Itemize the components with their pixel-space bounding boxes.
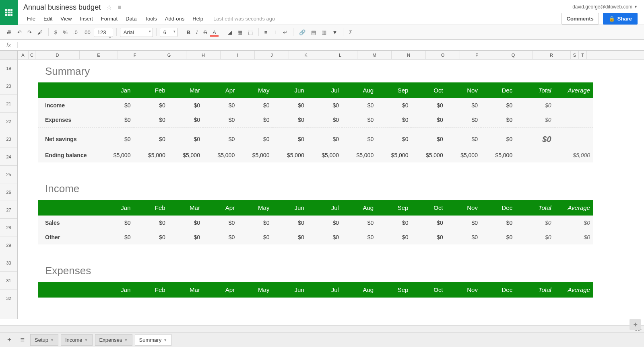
cell[interactable]: $0: [342, 113, 377, 127]
add-sheet-button[interactable]: +: [4, 334, 15, 346]
cell[interactable]: $0: [238, 98, 272, 113]
percent-button[interactable]: %: [60, 28, 70, 37]
star-icon[interactable]: ☆: [106, 4, 112, 11]
menu-insert[interactable]: Insert: [76, 14, 97, 23]
col-header-E[interactable]: E: [80, 51, 118, 59]
cell[interactable]: $0: [99, 216, 134, 230]
cell[interactable]: $0: [272, 230, 307, 244]
cell[interactable]: $0: [272, 216, 307, 230]
total-cell[interactable]: [516, 148, 554, 162]
valign-icon[interactable]: ⊥: [270, 28, 280, 37]
col-header-S[interactable]: S: [571, 51, 579, 59]
cell[interactable]: $0: [169, 131, 203, 148]
total-cell[interactable]: $0: [516, 230, 554, 244]
cell[interactable]: $0: [169, 113, 203, 127]
cell[interactable]: $0: [308, 131, 342, 148]
cell[interactable]: $0: [99, 113, 134, 127]
fill-color-icon[interactable]: ◢: [225, 28, 234, 37]
col-header-P[interactable]: P: [460, 51, 494, 59]
col-header-T[interactable]: T: [579, 51, 587, 59]
cell[interactable]: $5,000: [272, 148, 307, 162]
cell[interactable]: $0: [411, 131, 446, 148]
horizontal-scrollbar[interactable]: ◀ ▶: [0, 325, 644, 333]
row-header-20[interactable]: 20: [0, 77, 17, 95]
cell[interactable]: $0: [238, 216, 272, 230]
cell[interactable]: $0: [411, 98, 446, 113]
cell[interactable]: $5,000: [308, 148, 342, 162]
cell[interactable]: $5,000: [446, 148, 481, 162]
menu-edit[interactable]: Edit: [40, 14, 56, 23]
undo-icon[interactable]: ↶: [15, 28, 24, 37]
cell[interactable]: $5,000: [238, 148, 272, 162]
font-select[interactable]: Arial: [120, 28, 153, 37]
menu-data[interactable]: Data: [122, 14, 140, 23]
cell[interactable]: $0: [203, 113, 238, 127]
chevron-down-icon[interactable]: ▼: [85, 338, 88, 342]
cell[interactable]: $0: [272, 98, 307, 113]
cell[interactable]: $0: [99, 98, 134, 113]
col-header-O[interactable]: O: [426, 51, 460, 59]
row-header-26[interactable]: 26: [0, 183, 17, 201]
cell[interactable]: $0: [377, 216, 411, 230]
col-header-M[interactable]: M: [357, 51, 392, 59]
cell[interactable]: $0: [342, 216, 377, 230]
col-header-A[interactable]: A: [18, 51, 29, 59]
col-header-C[interactable]: C: [29, 51, 35, 59]
menu-view[interactable]: View: [57, 14, 75, 23]
col-header-I[interactable]: I: [221, 51, 255, 59]
cell[interactable]: $5,000: [377, 148, 411, 162]
cell[interactable]: $0: [446, 98, 481, 113]
cell[interactable]: $0: [203, 131, 238, 148]
chart-icon[interactable]: ▥: [319, 28, 329, 37]
cell[interactable]: $0: [342, 98, 377, 113]
select-all-corner[interactable]: [0, 51, 18, 59]
link-icon[interactable]: 🔗: [297, 28, 308, 37]
decrease-decimal-button[interactable]: .0: [71, 28, 80, 37]
avg-cell[interactable]: [555, 98, 593, 113]
currency-button[interactable]: $: [52, 28, 60, 37]
cell[interactable]: $0: [134, 113, 168, 127]
cell[interactable]: $0: [411, 113, 446, 127]
menu-help[interactable]: Help: [189, 14, 207, 23]
cell[interactable]: $0: [99, 230, 134, 244]
menu-tools[interactable]: Tools: [141, 14, 160, 23]
menu-file[interactable]: File: [23, 14, 39, 23]
cell[interactable]: $0: [169, 98, 203, 113]
sheet-tab-expenses[interactable]: Expenses▼: [95, 334, 132, 346]
cell[interactable]: $0: [308, 230, 342, 244]
cell[interactable]: $0: [238, 230, 272, 244]
paint-format-icon[interactable]: 🖌: [35, 28, 45, 37]
document-title[interactable]: Annual business budget: [23, 3, 101, 12]
col-header-D[interactable]: D: [35, 51, 80, 59]
strike-button[interactable]: S: [201, 28, 209, 37]
cell[interactable]: $0: [134, 216, 168, 230]
cell[interactable]: $0: [203, 98, 238, 113]
bold-button[interactable]: B: [184, 28, 193, 37]
cell[interactable]: $0: [203, 230, 238, 244]
cell[interactable]: $0: [377, 230, 411, 244]
comment-icon[interactable]: ▤: [309, 28, 318, 37]
row-header-31[interactable]: 31: [0, 272, 17, 290]
cell[interactable]: $5,000: [99, 148, 134, 162]
grid-content[interactable]: Summary JanFebMarAprMayJunJulAugSepOctNo…: [18, 60, 644, 319]
all-sheets-button[interactable]: ≡: [17, 334, 28, 346]
cell[interactable]: $0: [342, 230, 377, 244]
number-format-select[interactable]: 123: [94, 28, 113, 37]
cell[interactable]: $0: [481, 113, 516, 127]
cell[interactable]: $0: [169, 230, 203, 244]
col-header-F[interactable]: F: [118, 51, 152, 59]
col-header-G[interactable]: G: [152, 51, 186, 59]
cell[interactable]: $0: [446, 230, 481, 244]
row-header-32[interactable]: 32: [0, 290, 17, 307]
cell[interactable]: $0: [446, 216, 481, 230]
sheet-tab-income[interactable]: Income▼: [61, 334, 93, 346]
italic-button[interactable]: I: [194, 27, 200, 37]
cell[interactable]: $5,000: [342, 148, 377, 162]
col-header-J[interactable]: J: [255, 51, 289, 59]
cell[interactable]: $0: [134, 230, 168, 244]
increase-decimal-button[interactable]: .00: [81, 28, 93, 37]
cell[interactable]: $0: [411, 230, 446, 244]
cell[interactable]: $0: [481, 98, 516, 113]
cell[interactable]: $0: [99, 131, 134, 148]
col-header-N[interactable]: N: [392, 51, 426, 59]
